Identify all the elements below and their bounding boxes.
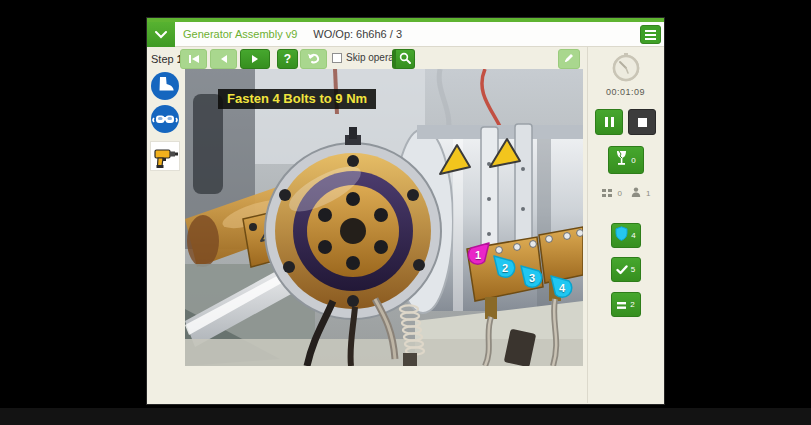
page-title: Generator Assembly v9 [183, 28, 297, 40]
step-toolbar: Step 1/6 [147, 47, 587, 71]
chevron-down-icon [155, 25, 167, 43]
next-step-icon [251, 50, 259, 68]
previous-step-icon [220, 50, 228, 68]
skip-operations-checkbox[interactable] [332, 53, 342, 63]
undo-button[interactable] [300, 49, 327, 69]
marker-number: 3 [519, 272, 545, 284]
step-word: Step [151, 53, 174, 65]
edit-pencil-icon [563, 50, 575, 68]
checks-button[interactable]: 5 [611, 257, 641, 282]
instruction-annotation: Fasten 4 Bolts to 9 Nm [218, 89, 376, 109]
pause-button[interactable] [595, 109, 623, 135]
stop-icon [638, 118, 647, 127]
header: Generator Assembly v9 WO/Op: 6h6h6 / 3 [147, 22, 664, 47]
safety-goggles-icon [150, 104, 180, 134]
scrap-button[interactable]: 0 [608, 146, 644, 174]
quality-count: 4 [631, 231, 635, 240]
first-step-icon [188, 50, 200, 68]
doc-count: 2 [630, 300, 634, 309]
marker-number: 2 [492, 262, 518, 274]
elapsed-timer: 00:01:09 [588, 87, 663, 97]
next-step-button[interactable] [240, 49, 270, 69]
quality-shield-icon [615, 226, 628, 245]
ppe-column [150, 71, 182, 174]
main-area: Step 1/6 [147, 47, 587, 403]
previous-step-button[interactable] [210, 49, 237, 69]
checkmark-icon [616, 261, 628, 279]
status-sidebar: 00:01:09 [587, 47, 663, 403]
parts-icon [601, 188, 613, 200]
marker-number: 4 [549, 282, 575, 294]
edit-button[interactable] [558, 49, 580, 69]
safety-boots-icon [150, 71, 180, 101]
bolt-marker-1[interactable]: 1 [465, 241, 491, 267]
bolt-marker-2[interactable]: 2 [492, 254, 518, 280]
documents-button[interactable]: 2 [611, 292, 641, 317]
zoom-button[interactable] [392, 49, 415, 69]
app-window: Generator Assembly v9 WO/Op: 6h6h6 / 3 S… [147, 18, 664, 404]
machinery-illustration [185, 69, 583, 366]
bolt-marker-4[interactable]: 4 [549, 274, 575, 300]
menu-button[interactable] [640, 25, 661, 44]
pause-icon [605, 117, 614, 127]
parts-count: 0 [618, 189, 622, 198]
first-step-button[interactable] [180, 49, 207, 69]
bolt-marker-3[interactable]: 3 [519, 264, 545, 290]
step-photo: Fasten 4 Bolts to 9 Nm 1 2 [185, 69, 583, 366]
quality-button[interactable]: 4 [611, 223, 641, 248]
help-icon: ? [284, 52, 291, 66]
work-order-label: WO/Op: 6h6h6 / 3 [313, 28, 402, 40]
scrap-glass-icon [615, 150, 628, 170]
power-drill-icon [150, 141, 180, 171]
stop-button[interactable] [628, 109, 656, 135]
body: Step 1/6 [147, 47, 664, 403]
run-controls [588, 109, 663, 135]
document-icon [616, 296, 627, 314]
letterbox [0, 408, 811, 425]
marker-number: 1 [465, 249, 491, 261]
operator-icon [631, 187, 641, 200]
screen: Generator Assembly v9 WO/Op: 6h6h6 / 3 S… [0, 0, 811, 425]
scrap-count: 0 [631, 156, 635, 165]
check-count: 5 [631, 265, 635, 274]
operator-count: 1 [646, 189, 650, 198]
help-button[interactable]: ? [277, 49, 298, 69]
session-counts: 0 1 [588, 187, 663, 200]
undo-icon [307, 50, 320, 68]
stopwatch-icon [611, 52, 641, 82]
zoom-icon [399, 50, 411, 68]
collapse-button[interactable] [147, 22, 175, 47]
